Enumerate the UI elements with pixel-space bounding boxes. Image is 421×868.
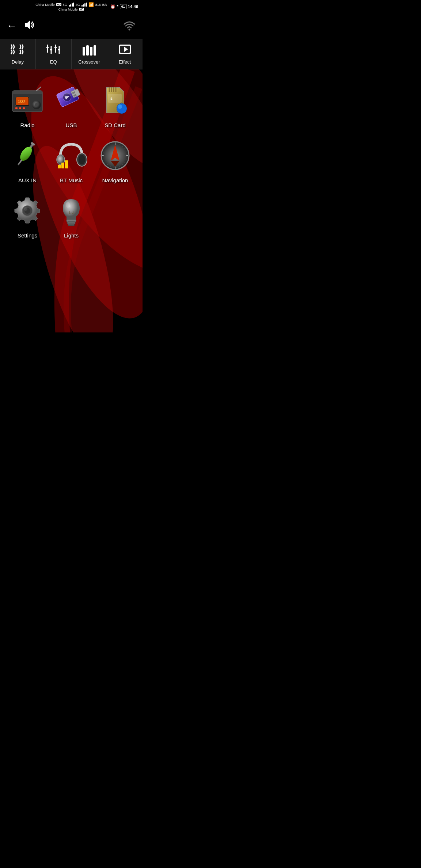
4g-badge: 4G (76, 3, 80, 7)
navigation-icon (100, 140, 130, 171)
svg-rect-71 (67, 222, 75, 224)
settings-icon (12, 195, 43, 226)
speed-value: 816 (95, 3, 101, 7)
tab-eq[interactable]: EQ (36, 39, 72, 69)
app-lights[interactable]: Lights (51, 191, 91, 242)
signal-bars2 (81, 3, 87, 7)
tab-effect[interactable]: Effect (107, 39, 143, 69)
auxin-label: AUX IN (18, 177, 37, 183)
tab-eq-label: EQ (50, 59, 57, 65)
svg-point-73 (66, 202, 70, 208)
app-grid: 107 Radio (0, 69, 143, 253)
svg-rect-44 (108, 94, 122, 103)
carrier1-name: China Mobile (35, 3, 55, 7)
radio-icon: 107 (11, 86, 44, 115)
svg-rect-72 (68, 224, 75, 226)
svg-point-55 (79, 155, 85, 164)
back-button[interactable]: ← (7, 20, 17, 32)
svg-rect-9 (58, 49, 60, 50)
svg-rect-23 (12, 91, 42, 94)
svg-point-29 (35, 103, 38, 107)
sdcard-label: SD Card (105, 122, 126, 128)
navigation-label: Navigation (102, 177, 128, 183)
svg-point-1 (129, 29, 130, 31)
app-settings[interactable]: Settings (7, 191, 48, 242)
status-right: ⏰ * 61 14:46 (110, 4, 138, 9)
usb-icon (56, 86, 87, 115)
lights-icon-wrap (55, 194, 88, 227)
svg-point-48 (118, 104, 122, 109)
battery-display: 61 (120, 4, 126, 9)
5g-badge: 5G (63, 3, 67, 7)
svg-rect-10 (83, 47, 85, 56)
crossover-icon (81, 43, 97, 57)
tab-crossover[interactable]: Crossover (72, 39, 107, 69)
btmusic-label: BT Music (60, 177, 83, 183)
hd-badge2: HD (79, 8, 84, 11)
lights-label: Lights (64, 232, 79, 239)
svg-rect-11 (86, 45, 89, 56)
svg-text:S: S (110, 97, 113, 100)
tab-delay[interactable]: Delay (0, 39, 36, 69)
delay-icon (10, 43, 26, 57)
sdcard-icon: S (100, 86, 130, 115)
battery-percent: 61 (121, 5, 125, 8)
svg-rect-8 (54, 47, 57, 48)
status-bar: China Mobile HD 5G 4G 📶 816 B/s China Mo… (0, 0, 143, 13)
usb-label: USB (66, 122, 77, 128)
app-sdcard[interactable]: S SD Card (95, 80, 135, 132)
svg-rect-52 (18, 159, 23, 165)
settings-icon-wrap (11, 194, 44, 227)
tab-bar: Delay EQ Crossover (0, 39, 143, 69)
tab-crossover-label: Crossover (78, 59, 100, 65)
svg-rect-12 (90, 47, 92, 56)
svg-rect-6 (46, 47, 49, 48)
usb-icon-wrap (55, 84, 88, 117)
radio-label: Radio (20, 122, 34, 128)
top-bar: ← (0, 13, 143, 39)
alarm-icon: ⏰ (110, 4, 115, 9)
tab-effect-label: Effect (119, 59, 131, 65)
auxin-icon (12, 141, 43, 170)
settings-label: Settings (18, 232, 37, 239)
wifi-icon: 📶 (88, 2, 94, 7)
svg-text:107: 107 (18, 99, 26, 104)
app-btmusic[interactable]: BT Music (51, 136, 91, 187)
btmusic-icon (55, 141, 88, 171)
svg-rect-31 (19, 107, 21, 109)
svg-marker-0 (25, 20, 30, 29)
hd-badge1: HD (56, 3, 61, 6)
svg-rect-58 (65, 160, 68, 168)
navigation-icon-wrap (99, 139, 132, 172)
eq-icon (45, 43, 61, 57)
bluetooth-icon: * (117, 4, 118, 9)
svg-rect-13 (94, 45, 96, 56)
clock: 14:46 (128, 4, 138, 9)
wifi-top-icon (123, 20, 136, 32)
app-auxin[interactable]: AUX IN (7, 136, 48, 187)
lights-icon (59, 195, 83, 227)
tab-delay-label: Delay (12, 59, 24, 65)
app-radio[interactable]: 107 Radio (7, 80, 48, 132)
app-usb[interactable]: USB (51, 80, 91, 132)
main-content: 107 Radio (0, 69, 143, 332)
volume-button[interactable] (23, 20, 35, 33)
app-navigation[interactable]: Navigation (95, 136, 135, 187)
svg-point-69 (24, 207, 27, 211)
auxin-icon-wrap (11, 139, 44, 172)
radio-icon-wrap: 107 (11, 84, 44, 117)
sdcard-icon-wrap: S (99, 84, 132, 117)
speed-unit: B/s (102, 3, 107, 7)
btmusic-icon-wrap (55, 139, 88, 172)
svg-rect-70 (67, 220, 76, 222)
svg-rect-56 (58, 165, 61, 168)
effect-icon (117, 43, 133, 57)
carrier-info: China Mobile HD 5G 4G 📶 816 B/s China Mo… (35, 2, 107, 11)
svg-line-24 (37, 87, 41, 91)
signal-bars1 (69, 3, 74, 7)
top-left-controls: ← (7, 20, 35, 33)
svg-rect-7 (50, 49, 52, 50)
svg-rect-57 (61, 163, 64, 168)
svg-point-47 (117, 103, 127, 114)
svg-rect-30 (15, 107, 18, 109)
